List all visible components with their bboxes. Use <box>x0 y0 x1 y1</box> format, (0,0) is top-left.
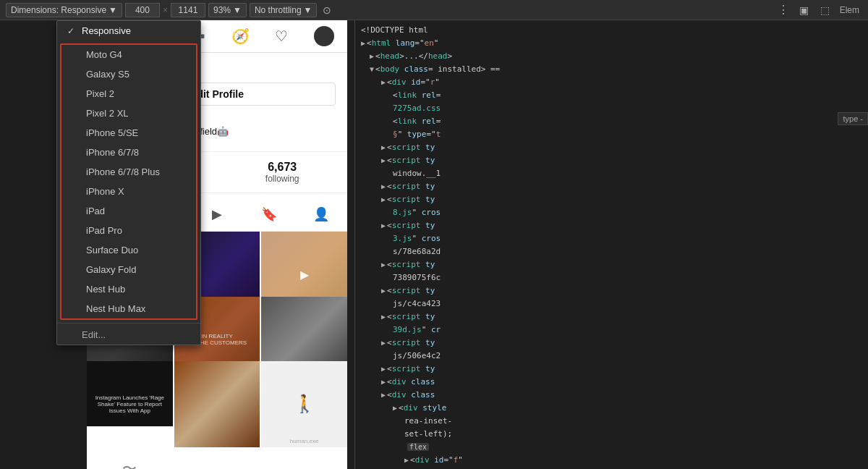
size-separator: × <box>163 5 168 15</box>
device-label-ipad-pro: iPad Pro <box>86 225 122 236</box>
code-line-c4ca: js/c4ca423 <box>355 297 868 310</box>
ig-following-label: following <box>265 174 299 184</box>
code-line-506e: js/506e4c2 <box>355 349 868 362</box>
device-option-nest-hub[interactable]: Nest Hub <box>61 279 196 299</box>
devtools-toolbar: Dimensions: Responsive ▼ × 93% ▼ No thro… <box>0 0 868 20</box>
ig-grid-cell-8 <box>174 361 260 447</box>
zoom-arrow: ▼ <box>233 5 242 15</box>
expand-arrow[interactable]: ▶ <box>404 456 409 464</box>
device-option-responsive[interactable]: ✓ Responsive <box>57 21 200 41</box>
expand-arrow[interactable]: ▶ <box>381 182 386 190</box>
code-line-script9: ▶ <script ty <box>355 336 868 349</box>
device-label-iphone-5se: iPhone 5/SE <box>86 127 138 138</box>
device-option-ipad-pro[interactable]: iPad Pro <box>61 221 196 240</box>
ig-profile-icon[interactable]: ⏸ <box>314 26 334 46</box>
expand-arrow[interactable]: ▶ <box>381 365 386 373</box>
device-option-iphone-5se[interactable]: iPhone 5/SE <box>61 123 196 143</box>
ig-tab-saved[interactable]: 🔖 <box>243 199 295 231</box>
code-line-script8: ▶ <script ty <box>355 310 868 323</box>
code-line-doctype: <!DOCTYPE html <box>355 23 868 36</box>
expand-arrow[interactable]: ▶ <box>393 404 397 412</box>
code-line-body-close: </body> <box>355 466 868 469</box>
main-area: ✓ Responsive Moto G4 Galaxy S5 Pixel 2 <box>0 20 868 469</box>
cell-human-exe-label: human.exe <box>290 438 319 444</box>
cell-instagram-label: Instagram Launches 'Rage Shake' Feature … <box>87 392 173 417</box>
code-line-7389: 7389075f6c <box>355 271 868 284</box>
expand-arrow[interactable]: ▶ <box>361 39 365 47</box>
code-line-script1: ▶ <script ty <box>355 140 868 153</box>
device-mode-btn[interactable]: ▣ <box>795 4 813 16</box>
device-label-ipad: iPad <box>86 206 105 216</box>
expand-arrow[interactable]: ▶ <box>381 378 386 386</box>
device-option-galaxy-s5[interactable]: Galaxy S5 <box>61 64 196 84</box>
expand-arrow[interactable]: ▶ <box>381 313 386 321</box>
device-label-moto-g4: Moto G4 <box>86 49 122 60</box>
ig-following-count: 6,673 <box>265 161 299 174</box>
expand-arrow[interactable]: ▶ <box>381 339 386 347</box>
dimensions-dropdown[interactable]: Dimensions: Responsive ▼ <box>6 3 122 17</box>
code-line-div-style: ▶ <div style <box>355 401 868 414</box>
code-line-3js: 3.js" cros <box>355 232 868 245</box>
expand-arrow[interactable]: ▶ <box>381 143 386 151</box>
device-label-surface-duo: Surface Duo <box>86 245 138 255</box>
more-options-btn[interactable]: ⋮ <box>775 3 792 17</box>
devtools-title: Elem <box>837 5 862 15</box>
code-line-div-f: ▶ <div id="f" <box>355 453 868 466</box>
device-label-nest-hub-max: Nest Hub Max <box>86 303 145 314</box>
expand-arrow[interactable]: ▶ <box>381 156 386 164</box>
device-option-surface-duo[interactable]: Surface Duo <box>61 240 196 260</box>
dimensions-label: Dimensions: Responsive <box>11 5 106 15</box>
expand-arrow[interactable]: ▶ <box>381 195 386 203</box>
expand-arrow[interactable]: ▶ <box>381 221 386 229</box>
device-option-ipad[interactable]: iPad <box>61 201 196 221</box>
zoom-dropdown[interactable]: 93% ▼ <box>208 3 247 17</box>
code-line-8js: 8.js" cros <box>355 206 868 219</box>
code-line-div-class2: ▶ <div class <box>355 388 868 401</box>
code-panel: type - <!DOCTYPE html ▶ <html lang="en" … <box>354 20 868 469</box>
code-line-script6: ▶ <script ty <box>355 258 868 271</box>
code-line-css-link: 7275ad.css <box>355 101 868 114</box>
expand-arrow[interactable]: ▶ <box>381 261 386 269</box>
code-line-script7: ▶ <script ty <box>355 284 868 297</box>
code-line-rea-inset: rea-inset- <box>355 414 868 427</box>
device-option-iphone-678-plus[interactable]: iPhone 6/7/8 Plus <box>61 162 196 182</box>
expand-arrow[interactable]: ▶ <box>370 52 374 60</box>
expand-arrow[interactable]: ▼ <box>370 65 374 73</box>
ig-heart-icon[interactable]: ♡ <box>275 28 288 45</box>
sensor-btn[interactable]: ⊙ <box>320 3 334 17</box>
width-input[interactable] <box>125 3 160 17</box>
device-option-iphone-x[interactable]: iPhone X <box>61 182 196 201</box>
code-line-script4: ▶ <script ty <box>355 193 868 206</box>
ig-tab-tagged[interactable]: 👤 <box>295 199 347 231</box>
ig-grid-cell-10: 〜 human.zip <box>87 426 173 470</box>
code-line-link1: <link rel= <box>355 88 868 101</box>
throttle-value: No throttling <box>255 5 302 15</box>
ig-explore-icon[interactable]: 🧭 <box>231 28 250 45</box>
zoom-value: 93% <box>213 5 231 15</box>
device-option-moto-g4[interactable]: Moto G4 <box>61 45 196 64</box>
code-line-39d: 39d.js" cr <box>355 323 868 336</box>
device-label-iphone-678-plus: iPhone 6/7/8 Plus <box>86 166 160 177</box>
device-edit-option[interactable]: Edit... <box>57 323 200 345</box>
device-edit-label: Edit... <box>82 329 106 340</box>
throttle-dropdown[interactable]: No throttling ▼ <box>250 3 318 17</box>
dock-btn[interactable]: ⬚ <box>816 4 834 16</box>
dimensions-arrow: ▼ <box>109 5 117 15</box>
code-line-window: window.__1 <box>355 166 868 179</box>
expand-arrow[interactable]: ▶ <box>381 287 386 295</box>
device-option-galaxy-fold[interactable]: Galaxy Fold <box>61 260 196 279</box>
code-line-div-r: ▶ <div id="r" <box>355 75 868 88</box>
device-label-pixel-2-xl: Pixel 2 XL <box>86 108 129 119</box>
device-list-box: Moto G4 Galaxy S5 Pixel 2 Pixel 2 XL iPh… <box>60 43 197 320</box>
device-option-pixel-2-xl[interactable]: Pixel 2 XL <box>61 103 196 123</box>
device-option-nest-hub-max[interactable]: Nest Hub Max <box>61 299 196 318</box>
device-option-pixel-2[interactable]: Pixel 2 <box>61 84 196 103</box>
device-label-iphone-678: iPhone 6/7/8 <box>86 147 139 158</box>
expand-arrow[interactable]: ▶ <box>381 78 386 86</box>
code-content: <!DOCTYPE html ▶ <html lang="en" ▶ <head… <box>355 20 868 469</box>
expand-arrow[interactable]: ▶ <box>381 391 386 399</box>
height-input[interactable] <box>171 3 205 17</box>
code-line-script2: ▶ <script ty <box>355 153 868 166</box>
code-line-s78: s/78e68a2d <box>355 245 868 258</box>
device-option-iphone-678[interactable]: iPhone 6/7/8 <box>61 143 196 162</box>
